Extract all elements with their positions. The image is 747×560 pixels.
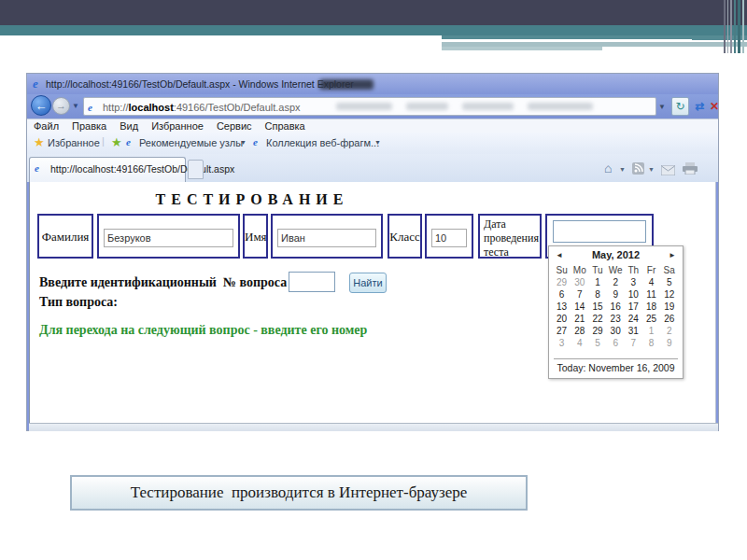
calendar-day[interactable]: 19 bbox=[660, 301, 678, 313]
calendar-day[interactable]: 3 bbox=[553, 337, 571, 349]
calendar-day[interactable]: 7 bbox=[571, 288, 588, 301]
menu-item-4[interactable]: Избранное bbox=[151, 119, 204, 133]
window-title-bar[interactable]: e http://localhost:49166/TestOb/Default.… bbox=[27, 74, 718, 94]
tab-favicon-icon: e bbox=[35, 162, 39, 174]
active-tab[interactable]: e http://localhost:49166/TestOb/Default.… bbox=[29, 157, 186, 182]
window-title: http://localhost:49166/TestOb/Default.as… bbox=[46, 78, 354, 90]
calendar-day[interactable]: 6 bbox=[607, 337, 625, 349]
calendar-day[interactable]: 24 bbox=[625, 313, 642, 325]
calendar-day[interactable]: 25 bbox=[642, 313, 660, 325]
calendar-day[interactable]: 9 bbox=[607, 288, 625, 301]
calendar-day[interactable]: 14 bbox=[571, 301, 588, 313]
calendar-day[interactable]: 5 bbox=[588, 337, 606, 349]
calendar-day[interactable]: 1 bbox=[588, 276, 606, 288]
question-number-input[interactable] bbox=[289, 272, 335, 292]
address-input[interactable]: e http://localhost:49166/TestOb/Default.… bbox=[83, 97, 656, 116]
calendar-day[interactable]: 9 bbox=[660, 337, 678, 349]
calendar-day[interactable]: 1 bbox=[642, 325, 660, 337]
calendar-day[interactable]: 2 bbox=[660, 325, 678, 337]
compatibility-view-button[interactable]: ⇄ bbox=[692, 98, 708, 115]
lastname-input[interactable] bbox=[104, 229, 233, 247]
print-icon[interactable] bbox=[683, 161, 698, 178]
firstname-input[interactable] bbox=[277, 229, 376, 247]
calendar-day[interactable]: 20 bbox=[553, 313, 571, 325]
calendar-day[interactable]: 4 bbox=[571, 337, 588, 349]
calendar-today-link[interactable]: Today: November 16, 2009 bbox=[554, 358, 678, 378]
calendar-day[interactable]: 8 bbox=[588, 288, 606, 301]
calendar-day[interactable]: 3 bbox=[625, 276, 642, 288]
calendar-popup: ◄ May, 2012 ► SuMoTuWeThFrSa 29301234567… bbox=[548, 245, 684, 379]
class-label: Класс bbox=[389, 230, 420, 245]
calendar-day[interactable]: 7 bbox=[625, 337, 642, 349]
calendar-day[interactable]: 15 bbox=[588, 301, 606, 313]
calendar-day[interactable]: 30 bbox=[607, 325, 625, 337]
banner-stripe bbox=[724, 0, 726, 53]
web-slices-button[interactable]: Коллекция веб-фрагм... bbox=[266, 137, 379, 148]
calendar-day[interactable]: 29 bbox=[588, 325, 606, 337]
home-dropdown-icon[interactable]: ▼ bbox=[619, 166, 626, 173]
feeds-dropdown-icon[interactable]: ▼ bbox=[648, 166, 655, 173]
class-label-box: Класс bbox=[388, 214, 422, 259]
calendar-day[interactable]: 6 bbox=[553, 288, 571, 301]
calendar-day[interactable]: 22 bbox=[588, 313, 606, 325]
refresh-button[interactable]: ↻ bbox=[671, 97, 689, 116]
calendar-week-row: 13141516171819 bbox=[549, 301, 683, 313]
calendar-day-grid: 2930123456789101112131415161718192021222… bbox=[549, 276, 683, 349]
new-tab-button[interactable] bbox=[188, 160, 204, 179]
menu-item-2[interactable]: Правка bbox=[72, 119, 106, 133]
rss-feed-icon[interactable] bbox=[632, 161, 644, 178]
calendar-day[interactable]: 13 bbox=[553, 301, 571, 313]
calendar-weekday-row: SuMoTuWeThFrSa bbox=[549, 264, 683, 276]
class-input[interactable] bbox=[431, 229, 467, 247]
address-dropdown-icon[interactable]: ▼ bbox=[658, 103, 666, 111]
calendar-weekday: Mo bbox=[571, 264, 588, 276]
calendar-day[interactable]: 17 bbox=[625, 301, 642, 313]
history-dropdown-icon[interactable]: ▼ bbox=[72, 102, 79, 110]
menu-item-5[interactable]: Сервис bbox=[217, 119, 252, 133]
calendar-day[interactable]: 28 bbox=[571, 325, 588, 337]
calendar-day[interactable]: 18 bbox=[642, 301, 660, 313]
forward-button[interactable]: → bbox=[52, 97, 70, 115]
calendar-weekday: Su bbox=[553, 264, 571, 276]
calendar-day[interactable]: 31 bbox=[625, 325, 642, 337]
calendar-day[interactable]: 5 bbox=[660, 276, 678, 288]
banner-stripe bbox=[734, 0, 736, 53]
calendar-day[interactable]: 21 bbox=[571, 313, 588, 325]
ie-browser-window: e http://localhost:49166/TestOb/Default.… bbox=[26, 73, 719, 431]
suggested-sites-icon: e bbox=[126, 136, 131, 147]
find-button[interactable]: Найти bbox=[349, 273, 387, 293]
calendar-day[interactable]: 29 bbox=[553, 276, 571, 288]
calendar-day[interactable]: 11 bbox=[642, 288, 660, 301]
calendar-day[interactable]: 10 bbox=[625, 288, 642, 301]
calendar-next-icon[interactable]: ► bbox=[669, 251, 676, 259]
menu-item-3[interactable]: Вид bbox=[120, 119, 138, 133]
calendar-day[interactable]: 2 bbox=[607, 276, 625, 288]
command-bar: ⌂ ▼ ▼ bbox=[604, 160, 716, 178]
question-type-label: Тип вопроса: bbox=[39, 295, 118, 310]
calendar-day[interactable]: 30 bbox=[571, 276, 588, 288]
banner-stripe bbox=[730, 0, 732, 53]
calendar-day[interactable]: 8 bbox=[642, 337, 660, 349]
suggested-sites-button[interactable]: Рекомендуемые узлы bbox=[139, 137, 243, 148]
menu-item-6[interactable]: Справка bbox=[265, 119, 305, 133]
calendar-day[interactable]: 16 bbox=[607, 301, 625, 313]
calendar-day[interactable]: 12 bbox=[660, 288, 678, 301]
date-input[interactable] bbox=[553, 220, 646, 243]
toolbar-separator: | bbox=[102, 135, 105, 147]
favorites-star-icon[interactable]: ★ bbox=[34, 135, 45, 149]
page-title: ТЕСТИРОВАНИЕ bbox=[149, 191, 355, 208]
home-icon[interactable]: ⌂ bbox=[604, 160, 612, 176]
calendar-day[interactable]: 27 bbox=[553, 325, 571, 337]
calendar-day[interactable]: 26 bbox=[660, 313, 678, 325]
suggested-sites-dropdown-icon[interactable]: ▼ bbox=[240, 139, 247, 146]
address-bar-row: ← → ▼ e http://localhost:49166/TestOb/De… bbox=[27, 94, 718, 119]
stop-button[interactable]: ✕ bbox=[709, 98, 720, 115]
favorites-button[interactable]: Избранное bbox=[48, 137, 100, 148]
read-mail-icon[interactable] bbox=[661, 162, 675, 179]
web-slices-dropdown-icon[interactable]: ▼ bbox=[374, 139, 381, 146]
menu-item-1[interactable]: Файл bbox=[34, 119, 59, 133]
calendar-day[interactable]: 4 bbox=[642, 276, 660, 288]
calendar-day[interactable]: 23 bbox=[607, 313, 625, 325]
back-button[interactable]: ← bbox=[31, 95, 51, 116]
add-favorite-star-icon[interactable]: ★ bbox=[111, 135, 122, 149]
